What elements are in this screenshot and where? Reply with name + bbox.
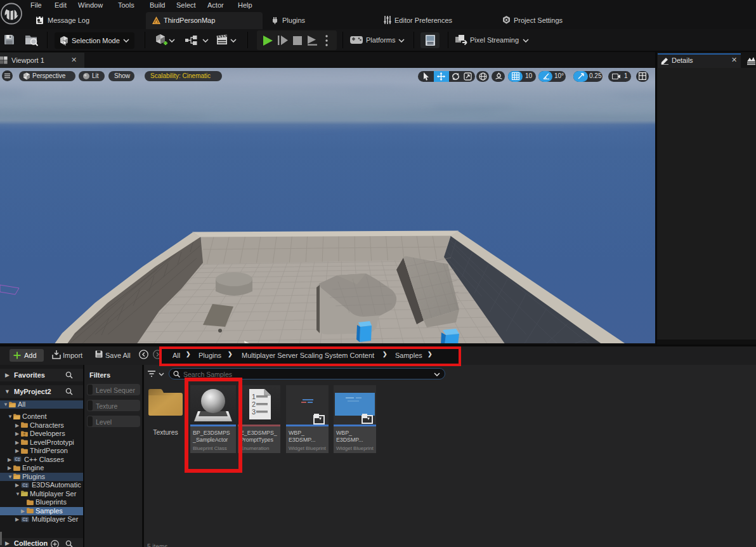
svg-text:C‡: C‡ <box>15 457 21 461</box>
svg-text:3: 3 <box>252 408 256 416</box>
svg-text:1: 1 <box>252 393 256 400</box>
svg-text:C‡: C‡ <box>23 517 29 521</box>
svg-text:C‡: C‡ <box>23 482 29 487</box>
svg-text:2: 2 <box>252 400 256 408</box>
